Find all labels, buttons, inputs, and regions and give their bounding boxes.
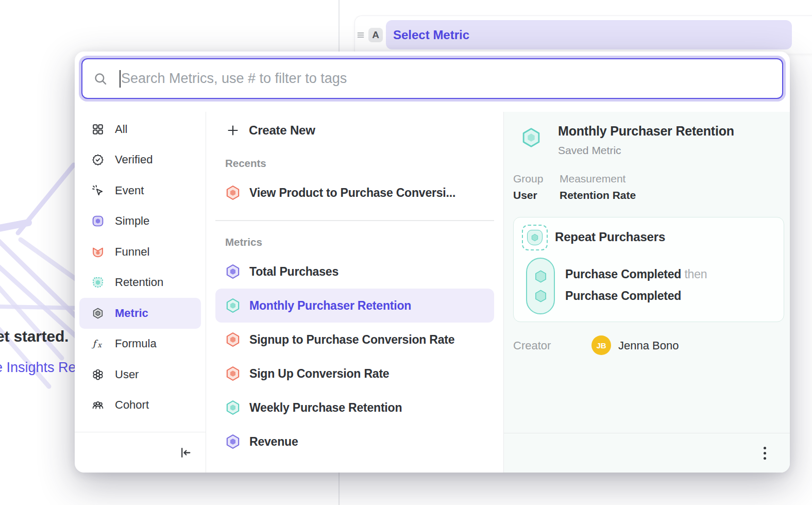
- sidebar-item-funnel[interactable]: Funnel: [79, 237, 201, 267]
- sidebar-item-label: All: [115, 123, 127, 136]
- metric-item-label: Revenue: [249, 435, 298, 449]
- definition-step-1: Purchase Completed then: [565, 267, 707, 281]
- attribute-value-measurement: Retention Rate: [560, 189, 636, 201]
- metric-list-item-signup-to-purchase-conversion-rate[interactable]: Signup to Purchase Conversion Rate: [215, 323, 494, 357]
- metric-hexagon-icon: [225, 298, 241, 313]
- select-metric-button[interactable]: Select Metric: [386, 20, 792, 49]
- metric-hexagon-icon: [225, 185, 241, 200]
- metric-row-card: A Select Metric: [354, 15, 812, 54]
- search-input[interactable]: [121, 71, 771, 87]
- verified-icon: [92, 154, 104, 166]
- sidebar-item-cohort[interactable]: Cohort: [79, 390, 201, 421]
- metric-item-label: Signup to Purchase Conversion Rate: [249, 333, 454, 347]
- creator-avatar: JB: [591, 335, 611, 355]
- cohort-icon: [92, 399, 104, 411]
- metric-item-label: Weekly Purchase Retention: [249, 401, 402, 415]
- metric-item-label: Total Purchases: [249, 265, 339, 279]
- sidebar-item-retention[interactable]: Retention: [79, 267, 201, 298]
- grid-icon: [92, 123, 104, 136]
- sidebar-item-label: Metric: [115, 307, 148, 320]
- metric-item-label: Monthly Purchaser Retention: [249, 299, 411, 313]
- metric-item-label: Sign Up Conversion Rate: [249, 367, 389, 381]
- plus-icon: [227, 124, 239, 137]
- metric-list-item-revenue[interactable]: Revenue: [215, 425, 494, 459]
- series-a-badge: A: [368, 28, 383, 42]
- metric-hexagon-icon: [225, 264, 241, 279]
- sidebar-footer: [75, 432, 206, 473]
- collapse-left-icon[interactable]: [179, 446, 192, 459]
- modal-body: All Verified Event Simple Funnel Retenti…: [75, 112, 790, 473]
- detail-title: Monthly Purchaser Retention: [558, 124, 734, 139]
- step-connector: then: [684, 267, 707, 281]
- create-new-label: Create New: [249, 123, 315, 138]
- sidebar-item-simple[interactable]: Simple: [79, 206, 201, 237]
- sidebar-item-label: Event: [115, 184, 144, 197]
- hexagon-icon: [531, 233, 539, 242]
- background-link-fragment[interactable]: e Insights Re: [0, 360, 76, 376]
- metric-list-column: Create New RecentsView Product to Purcha…: [206, 112, 503, 473]
- attribute-label-measurement: Measurement: [560, 173, 625, 185]
- sidebar-item-label: Verified: [115, 153, 153, 166]
- metric-list-item-total-purchases[interactable]: Total Purchases: [215, 255, 494, 289]
- definition-step-2: Purchase Completed: [565, 289, 681, 303]
- retention-shape-icon: [527, 230, 543, 245]
- create-new-button[interactable]: Create New: [206, 119, 503, 142]
- category-sidebar: All Verified Event Simple Funnel Retenti…: [75, 112, 206, 473]
- metric-type-hexagon-icon: [521, 127, 542, 148]
- saved-behavior-icon: [522, 225, 548, 250]
- user-icon: [92, 368, 104, 381]
- sidebar-item-label: Funnel: [115, 245, 149, 259]
- event-icon: [92, 184, 104, 197]
- sidebar-item-label: Formula: [115, 337, 157, 350]
- sidebar-item-metric[interactable]: Metric: [79, 298, 201, 329]
- metric-list-item-sign-up-conversion-rate[interactable]: Sign Up Conversion Rate: [215, 357, 494, 391]
- screen: et started. e Insights Re A Select Metri…: [0, 0, 812, 505]
- search-focus-ring: [79, 56, 786, 102]
- metric-list-sections: RecentsView Product to Purchase Conversi…: [206, 157, 503, 459]
- sidebar-item-user[interactable]: User: [79, 359, 201, 390]
- definition-title: Repeat Purchasers: [555, 230, 665, 244]
- metric-list-item-view-product-to-purchase-conversi[interactable]: View Product to Purchase Conversi...: [215, 176, 494, 210]
- sidebar-item-label: Simple: [115, 214, 149, 228]
- search-field[interactable]: [81, 58, 783, 99]
- simple-icon: [92, 215, 104, 227]
- sidebar-item-label: User: [115, 368, 139, 381]
- sidebar-item-all[interactable]: All: [79, 114, 201, 145]
- metric-detail-panel: Monthly Purchaser Retention Saved Metric…: [503, 112, 790, 473]
- section-label-recents: Recents: [225, 157, 503, 170]
- funnel-icon: [92, 246, 104, 258]
- creator-name: Jenna Bono: [618, 339, 679, 352]
- sidebar-item-event[interactable]: Event: [79, 175, 201, 206]
- more-options-button[interactable]: [760, 444, 769, 463]
- definition-card: Repeat Purchasers Purchase Completed the…: [513, 217, 784, 322]
- list-section-divider: [215, 220, 494, 221]
- select-metric-label: Select Metric: [393, 28, 469, 42]
- metric-item-label: View Product to Purchase Conversi...: [249, 186, 455, 200]
- background-heading-fragment: et started.: [0, 328, 69, 345]
- event-hexagon-icon: [534, 289, 548, 303]
- metric-picker-modal: All Verified Event Simple Funnel Retenti…: [75, 52, 790, 473]
- search-icon: [94, 72, 107, 86]
- detail-subtitle: Saved Metric: [558, 144, 621, 157]
- metric-hexagon-icon: [225, 366, 241, 381]
- creator-label: Creator: [513, 339, 551, 352]
- section-label-metrics: Metrics: [225, 236, 503, 248]
- detail-footer: [504, 433, 790, 473]
- formula-icon: [92, 338, 104, 350]
- metric-hexagon-icon: [225, 332, 241, 347]
- metric-icon: [92, 307, 104, 319]
- text-cursor: [120, 70, 121, 88]
- metric-hexagon-icon: [225, 434, 241, 449]
- sidebar-item-verified[interactable]: Verified: [79, 145, 201, 176]
- sidebar-item-formula[interactable]: Formula: [79, 329, 201, 360]
- sidebar-item-label: Cohort: [115, 398, 149, 412]
- metric-list-item-weekly-purchase-retention[interactable]: Weekly Purchase Retention: [215, 391, 494, 425]
- metric-list-item-monthly-purchaser-retention[interactable]: Monthly Purchaser Retention: [215, 289, 494, 323]
- drag-handle-icon[interactable]: [356, 30, 365, 40]
- sidebar-item-label: Retention: [115, 276, 163, 289]
- retention-icon: [92, 276, 104, 289]
- event-hexagon-icon: [534, 270, 548, 283]
- attribute-label-group: Group: [513, 173, 543, 185]
- metric-hexagon-icon: [225, 400, 241, 415]
- attribute-value-group: User: [513, 189, 537, 201]
